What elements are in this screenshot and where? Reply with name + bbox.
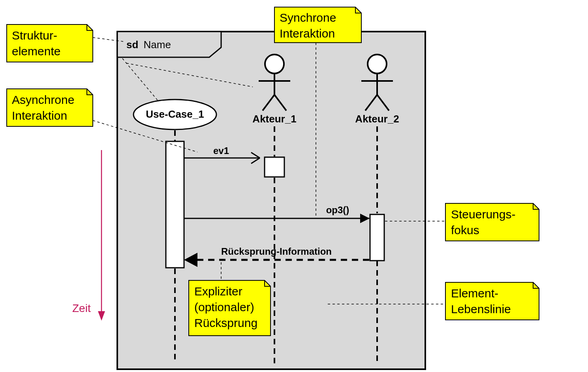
svg-point-6 [368,54,387,73]
frame-header: sd Name [117,32,221,57]
svg-text:Lebenslinie: Lebenslinie [451,302,511,316]
time-axis-label: Zeit [72,302,91,314]
annotation-explicit-return: Expliziter (optionaler) Rücksprung [189,280,271,336]
svg-text:Element-: Element- [451,287,498,300]
svg-text:Steuerungs-: Steuerungs- [451,208,515,221]
svg-text:Synchrone: Synchrone [280,11,336,24]
annotation-structural-elements: Struktur- elemente [7,24,93,62]
svg-text:sd
      Name: sd Name [126,39,171,51]
svg-text:Expliziter: Expliziter [194,285,242,298]
svg-text:Rücksprung: Rücksprung [194,316,257,329]
actor-1-event-box [265,157,284,177]
svg-text:(optionaler): (optionaler) [194,301,254,314]
actor-1-label: Akteur_1 [252,113,296,125]
svg-text:Interaktion: Interaktion [280,27,335,40]
message-op3-label: op3() [326,205,349,215]
svg-text:Struktur-: Struktur- [12,29,57,42]
actor-2-label: Akteur_2 [355,113,399,125]
usecase-activation [166,141,184,268]
actor-2-activation [370,214,384,261]
svg-text:elemente: elemente [12,45,60,58]
sequence-diagram: sd Name Akteur_1 Akteur_2 Use-Case_1 [0,0,588,372]
svg-text:fokus: fokus [451,224,479,237]
annotation-sync-interaction: Synchrone Interaktion [274,7,361,43]
sd-prefix: sd [126,39,138,51]
frame-name: Name [144,39,171,51]
annotation-control-focus: Steuerungs- fokus [445,203,539,241]
annotation-element-lifeline: Element- Lebenslinie [445,282,539,320]
annotation-async-interaction: Asynchrone Interaktion [7,89,93,126]
time-axis: Zeit [72,150,105,321]
svg-text:Asynchrone: Asynchrone [12,93,74,106]
diagram-frame [117,32,425,369]
message-return-label: Rücksprung-Information [221,246,332,257]
svg-marker-42 [98,311,105,321]
message-ev1-label: ev1 [213,145,229,156]
svg-point-1 [265,54,284,73]
svg-text:Interaktion: Interaktion [12,109,67,122]
usecase-1-label: Use-Case_1 [146,108,204,120]
